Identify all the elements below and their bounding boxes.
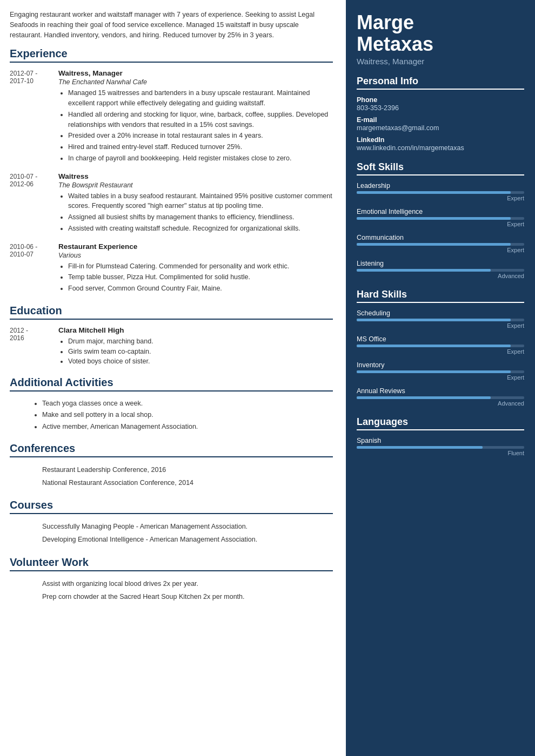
skill-bar-background	[357, 396, 524, 399]
additional-activities-title: Additional Activities	[10, 376, 333, 392]
exp-content: Waitress, ManagerThe Enchanted Narwhal C…	[58, 69, 333, 164]
skill-bar-fill	[357, 269, 491, 272]
skill-bar-background	[357, 191, 524, 194]
exp-company: The Enchanted Narwhal Cafe	[58, 78, 333, 86]
skill-level: Expert	[357, 348, 524, 355]
skill-bar-background	[357, 345, 524, 347]
exp-dates: 2012-07 - 2017-10	[10, 69, 58, 164]
conferences-list: Restaurant Leadership Conference, 2016Na…	[10, 464, 333, 490]
skill-name: Listening	[357, 260, 524, 267]
soft-skills-list: LeadershipExpertEmotional IntelligenceEx…	[357, 182, 524, 279]
info-label: E-mail	[357, 116, 524, 124]
exp-content: WaitressThe Bowsprit RestaurantWaited ta…	[58, 172, 333, 235]
skill-bar-fill	[357, 345, 511, 347]
list-item: Fill-in for Plumstead Catering. Commende…	[68, 261, 333, 272]
skill-bar-background	[357, 319, 524, 321]
experience-rows: 2012-07 - 2017-10Waitress, ManagerThe En…	[10, 69, 333, 295]
skill-name: Leadership	[357, 182, 524, 190]
experience-section: Experience 2012-07 - 2017-10Waitress, Ma…	[10, 48, 333, 295]
list-item: Active member, American Management Assoc…	[42, 421, 333, 433]
list-item: Hired and trained entry-level staff. Red…	[68, 142, 333, 152]
skill-bar-fill	[357, 446, 483, 449]
list-item: Temp table busser, Pizza Hut. Compliment…	[68, 272, 333, 282]
education-section: Education 2012 - 2016Clara Mitchell High…	[10, 305, 333, 367]
hard-skills-list: SchedulingExpertMS OfficeExpertInventory…	[357, 309, 524, 407]
volunteer-title: Volunteer Work	[10, 556, 333, 571]
courses-list: Successfully Managing People - American …	[10, 521, 333, 546]
skill-level: Advanced	[357, 273, 524, 279]
skill-bar-fill	[357, 396, 491, 399]
list-item: Presided over a 20% increase in total re…	[68, 131, 333, 141]
additional-activities-section: Additional Activities Teach yoga classes…	[10, 376, 333, 433]
personal-info-title: Personal Info	[357, 76, 524, 90]
skill-level: Expert	[357, 195, 524, 201]
list-item: Assist with organizing local blood drive…	[10, 578, 333, 591]
list-item: Restaurant Leadership Conference, 2016	[10, 464, 333, 477]
conferences-section: Conferences Restaurant Leadership Confer…	[10, 442, 333, 490]
soft-skills-section: Soft Skills LeadershipExpertEmotional In…	[357, 161, 524, 279]
skill-item: SpanishFluent	[357, 437, 524, 456]
list-item: Handled all ordering and stocking for li…	[68, 110, 333, 130]
skill-level: Advanced	[357, 400, 524, 407]
list-item: Voted boys choice of sister.	[68, 356, 333, 367]
skill-name: MS Office	[357, 335, 524, 343]
list-item: Developing Emotional Intelligence - Amer…	[10, 534, 333, 546]
skill-bar-background	[357, 243, 524, 246]
education-title: Education	[10, 305, 333, 320]
skill-level: Expert	[357, 221, 524, 227]
skill-item: LeadershipExpert	[357, 182, 524, 201]
experience-item: 2012-07 - 2017-10Waitress, ManagerThe En…	[10, 69, 333, 164]
skill-level: Fluent	[357, 450, 524, 456]
experience-item: 2010-06 - 2010-07Restaurant ExperienceVa…	[10, 242, 333, 295]
volunteer-section: Volunteer Work Assist with organizing lo…	[10, 556, 333, 604]
personal-info-section: Personal Info Phone803-353-2396E-mailmar…	[357, 76, 524, 152]
list-item: Drum major, marching band.	[68, 336, 333, 347]
exp-company: The Bowsprit Restaurant	[58, 181, 333, 189]
exp-content: Restaurant ExperienceVariousFill-in for …	[58, 242, 333, 295]
skill-bar-background	[357, 269, 524, 272]
skill-item: ListeningAdvanced	[357, 260, 524, 279]
exp-dates: 2010-07 - 2012-06	[10, 172, 58, 235]
list-item: Prep corn chowder at the Sacred Heart So…	[10, 591, 333, 604]
list-item: Food server, Common Ground Country Fair,…	[68, 284, 333, 294]
edu-bullets: Drum major, marching band.Girls swim tea…	[58, 336, 333, 367]
languages-list: SpanishFluent	[357, 437, 524, 456]
info-value: 803-353-2396	[357, 104, 524, 112]
personal-info-list: Phone803-353-2396E-mailmargemetaxas@gmai…	[357, 96, 524, 152]
skill-name: Inventory	[357, 361, 524, 369]
experience-item: 2010-07 - 2012-06WaitressThe Bowsprit Re…	[10, 172, 333, 235]
skill-name: Communication	[357, 234, 524, 241]
skill-bar-fill	[357, 370, 511, 373]
skill-item: Annual ReviewsAdvanced	[357, 387, 524, 407]
exp-dates: 2010-06 - 2010-07	[10, 242, 58, 295]
list-item: Assisted with creating waitstaff schedul…	[68, 224, 333, 234]
hard-skills-section: Hard Skills SchedulingExpertMS OfficeExp…	[357, 289, 524, 407]
courses-section: Courses Successfully Managing People - A…	[10, 499, 333, 546]
experience-title: Experience	[10, 48, 333, 63]
exp-jobtitle: Waitress	[58, 172, 333, 180]
skill-bar-background	[357, 370, 524, 373]
info-label: LinkedIn	[357, 136, 524, 144]
skill-bar-background	[357, 217, 524, 220]
info-label: Phone	[357, 96, 524, 104]
courses-title: Courses	[10, 499, 333, 514]
skill-item: InventoryExpert	[357, 361, 524, 381]
list-item: Make and sell pottery in a local shop.	[42, 409, 333, 421]
additional-activities-list: Teach yoga classes once a week.Make and …	[10, 398, 333, 433]
edu-school: Clara Mitchell High	[58, 326, 333, 334]
skill-level: Expert	[357, 374, 524, 381]
skill-name: Annual Reviews	[357, 387, 524, 395]
candidate-job-title: Waitress, Manager	[357, 57, 524, 66]
soft-skills-title: Soft Skills	[357, 161, 524, 176]
exp-jobtitle: Waitress, Manager	[58, 69, 333, 77]
languages-title: Languages	[357, 416, 524, 430]
skill-item: MS OfficeExpert	[357, 335, 524, 355]
list-item: National Restaurant Association Conferen…	[10, 477, 333, 490]
skill-bar-fill	[357, 319, 511, 321]
skill-bar-fill	[357, 191, 511, 194]
exp-bullets: Fill-in for Plumstead Catering. Commende…	[58, 261, 333, 294]
skill-bar-fill	[357, 217, 511, 220]
exp-bullets: Waited tables in a busy seafood restaura…	[58, 191, 333, 234]
education-item: 2012 - 2016Clara Mitchell HighDrum major…	[10, 326, 333, 367]
exp-company: Various	[58, 252, 333, 259]
